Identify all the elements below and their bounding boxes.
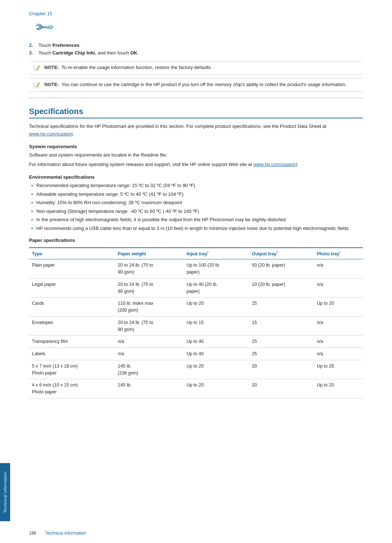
cell-output: 25 bbox=[249, 297, 314, 317]
table-row: Plain paper 20 to 24 lb. (75 to90 gsm) U… bbox=[29, 259, 363, 279]
steps-list: 2. Touch Preferences. 3. Touch Cartridge… bbox=[29, 42, 363, 56]
env-bullets-list: Recommended operating temperature range:… bbox=[29, 182, 363, 232]
cell-type: Labels bbox=[29, 348, 115, 360]
cell-type: 4 x 6 inch (10 x 15 cm)Photo paper bbox=[29, 379, 115, 398]
env-bullet-2: Allowable operating temperature range: 5… bbox=[29, 191, 363, 198]
note-1-box: 📝 NOTE: To re-enable the usage informati… bbox=[29, 61, 363, 75]
step-num-3: 3. bbox=[29, 50, 36, 56]
table-row: Envelopes 20 to 24 lb. (75 to90 gsm) Up … bbox=[29, 316, 363, 336]
note-2-icon: 📝 bbox=[33, 82, 41, 89]
cell-input: Up to 20 bbox=[184, 379, 249, 398]
cell-input: Up to 40 bbox=[184, 348, 249, 360]
system-req-text-2: For information about future operating s… bbox=[29, 161, 363, 169]
note-1-icon: 📝 bbox=[33, 65, 41, 72]
cell-photo: Up to 20 bbox=[314, 379, 363, 398]
col-output-tray: Output tray† bbox=[249, 248, 314, 259]
cell-weight: n/a bbox=[115, 348, 184, 360]
wrench-icon: 🔧 bbox=[33, 17, 54, 38]
cell-output: 10 (20 lb. paper) bbox=[249, 278, 314, 297]
cell-input: Up to 20 bbox=[184, 297, 249, 317]
specs-link[interactable]: www.hp.com/support bbox=[29, 131, 73, 137]
cell-input: Up to 20 bbox=[184, 360, 249, 379]
specifications-title: Specifications bbox=[29, 107, 363, 118]
table-row: Legal paper 20 to 24 lb. (75 to90 gsm) U… bbox=[29, 278, 363, 297]
env-bullet-5: In the presence of high electromagnetic … bbox=[29, 216, 363, 223]
col-type: Type bbox=[29, 248, 115, 259]
env-bullet-6: HP recommends using a USB cable less tha… bbox=[29, 225, 363, 232]
note-2-text: NOTE: You can continue to use the cartri… bbox=[44, 82, 347, 87]
specs-intro-text: Technical specifications for the HP Phot… bbox=[29, 123, 363, 138]
step-3-text: Touch Cartridge Chip Info, and then touc… bbox=[38, 50, 139, 56]
env-bullet-1: Recommended operating temperature range:… bbox=[29, 182, 363, 189]
cell-photo: n/a bbox=[314, 348, 363, 360]
cell-type: Envelopes bbox=[29, 316, 115, 336]
cell-input: Up to 40 bbox=[184, 336, 249, 348]
system-req-text-1: Software and system requirements are loc… bbox=[29, 151, 363, 159]
chapter-label: Chapter 15 bbox=[29, 11, 363, 16]
cell-input: Up to 40 (20 lb.paper) bbox=[184, 278, 249, 297]
cell-input: Up to 15 bbox=[184, 316, 249, 336]
step-num-2: 2. bbox=[29, 42, 36, 48]
system-req-title: System requirements bbox=[29, 144, 363, 149]
side-tab-label: Technical information bbox=[3, 471, 7, 513]
section-divider bbox=[29, 98, 363, 98]
paper-specs-table: Type Paper weight Input tray* Output tra… bbox=[29, 247, 363, 398]
step-2: 2. Touch Preferences. bbox=[29, 42, 363, 48]
table-row: Cards 110 lb. index max(200 gsm) Up to 2… bbox=[29, 297, 363, 317]
note-1-text: NOTE: To re-enable the usage information… bbox=[44, 65, 212, 70]
cell-input: Up to 100 (20 lb.paper) bbox=[184, 259, 249, 279]
cell-output: 15 bbox=[249, 316, 314, 336]
cell-photo: n/a bbox=[314, 316, 363, 336]
step-3: 3. Touch Cartridge Chip Info, and then t… bbox=[29, 50, 363, 56]
step-2-text: Touch Preferences. bbox=[38, 42, 81, 48]
note-2-box: 📝 NOTE: You can continue to use the cart… bbox=[29, 78, 363, 92]
cell-output: 20 bbox=[249, 379, 314, 398]
table-row: Labels n/a Up to 40 25 n/a bbox=[29, 348, 363, 360]
col-input-tray: Input tray* bbox=[184, 248, 249, 259]
cell-output: 50 (20 lb. paper) bbox=[249, 259, 314, 279]
cell-photo: Up to 20 bbox=[314, 297, 363, 317]
table-row: 5 x 7 inch (13 x 18 cm)Photo paper 145 l… bbox=[29, 360, 363, 379]
env-bullet-3: Humidity: 15% to 80% RH non-condensing; … bbox=[29, 199, 363, 206]
table-row: Transparency film n/a Up to 40 25 n/a bbox=[29, 336, 363, 348]
system-req-link[interactable]: www.hp.com/support bbox=[253, 162, 297, 167]
cell-type: Transparency film bbox=[29, 336, 115, 348]
cell-photo: n/a bbox=[314, 336, 363, 348]
cell-output: 25 bbox=[249, 336, 314, 348]
page-footer: 186 Technical information bbox=[29, 531, 363, 536]
table-row: 4 x 6 inch (10 x 15 cm)Photo paper 145 l… bbox=[29, 379, 363, 398]
footer-chapter-label: Technical information bbox=[45, 531, 86, 536]
cell-weight: 20 to 24 lb. (75 to90 gsm) bbox=[115, 259, 184, 279]
cell-weight: n/a bbox=[115, 336, 184, 348]
cell-type: Plain paper bbox=[29, 259, 115, 279]
cell-photo: Up to 20 bbox=[314, 360, 363, 379]
cell-type: Cards bbox=[29, 297, 115, 317]
cell-type: 5 x 7 inch (13 x 18 cm)Photo paper bbox=[29, 360, 115, 379]
env-bullet-4: Non-operating (Storage) temperature rang… bbox=[29, 208, 363, 215]
table-header-row: Type Paper weight Input tray* Output tra… bbox=[29, 248, 363, 259]
footer-page-number: 186 bbox=[29, 531, 36, 536]
cell-weight: 110 lb. index max(200 gsm) bbox=[115, 297, 184, 317]
col-paper-weight: Paper weight bbox=[115, 248, 184, 259]
cell-output: 20 bbox=[249, 360, 314, 379]
col-photo-tray: Photo tray* bbox=[314, 248, 363, 259]
cell-weight: 20 to 24 lb. (75 to90 gsm) bbox=[115, 278, 184, 297]
cell-output: 25 bbox=[249, 348, 314, 360]
cell-photo: n/a bbox=[314, 259, 363, 279]
cell-weight: 20 to 24 lb. (75 to90 gsm) bbox=[115, 316, 184, 336]
cell-photo: n/a bbox=[314, 278, 363, 297]
cell-weight: 145 lb.(236 gsm) bbox=[115, 360, 184, 379]
cell-weight: 145 lb. bbox=[115, 379, 184, 398]
paper-spec-title: Paper specifications bbox=[29, 238, 363, 243]
side-tab: Technical information bbox=[0, 463, 10, 521]
env-spec-title: Environmental specifications bbox=[29, 174, 363, 180]
cell-type: Legal paper bbox=[29, 278, 115, 297]
